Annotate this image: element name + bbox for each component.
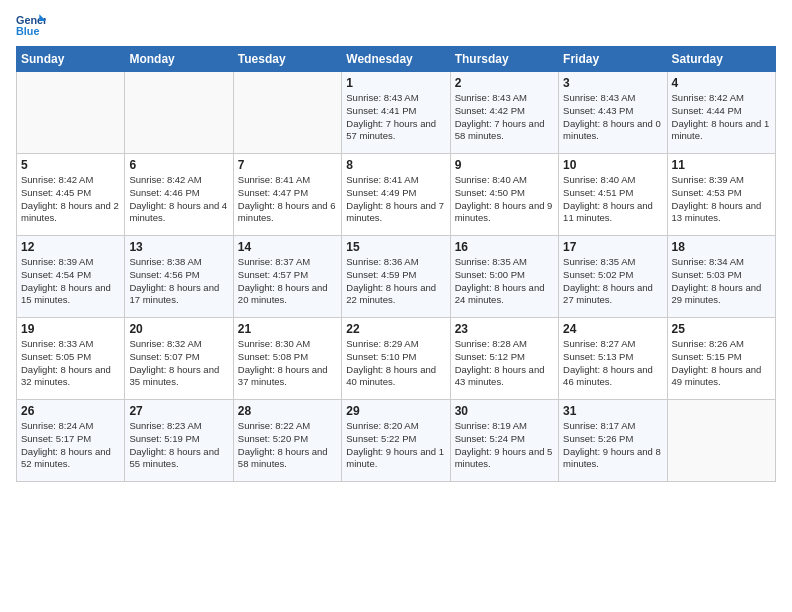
calendar-cell: 18Sunrise: 8:34 AM Sunset: 5:03 PM Dayli… xyxy=(667,236,775,318)
day-number: 25 xyxy=(672,322,771,336)
calendar-cell: 27Sunrise: 8:23 AM Sunset: 5:19 PM Dayli… xyxy=(125,400,233,482)
day-number: 17 xyxy=(563,240,662,254)
day-number: 23 xyxy=(455,322,554,336)
day-number: 1 xyxy=(346,76,445,90)
cell-details: Sunrise: 8:35 AM Sunset: 5:00 PM Dayligh… xyxy=(455,256,554,307)
header: General Blue xyxy=(16,12,776,40)
calendar-cell: 8Sunrise: 8:41 AM Sunset: 4:49 PM Daylig… xyxy=(342,154,450,236)
weekday-friday: Friday xyxy=(559,47,667,72)
cell-details: Sunrise: 8:43 AM Sunset: 4:42 PM Dayligh… xyxy=(455,92,554,143)
cell-details: Sunrise: 8:43 AM Sunset: 4:43 PM Dayligh… xyxy=(563,92,662,143)
cell-details: Sunrise: 8:28 AM Sunset: 5:12 PM Dayligh… xyxy=(455,338,554,389)
weekday-thursday: Thursday xyxy=(450,47,558,72)
cell-details: Sunrise: 8:42 AM Sunset: 4:46 PM Dayligh… xyxy=(129,174,228,225)
weekday-saturday: Saturday xyxy=(667,47,775,72)
calendar-cell xyxy=(17,72,125,154)
cell-details: Sunrise: 8:34 AM Sunset: 5:03 PM Dayligh… xyxy=(672,256,771,307)
cell-details: Sunrise: 8:35 AM Sunset: 5:02 PM Dayligh… xyxy=(563,256,662,307)
day-number: 28 xyxy=(238,404,337,418)
cell-details: Sunrise: 8:30 AM Sunset: 5:08 PM Dayligh… xyxy=(238,338,337,389)
cell-details: Sunrise: 8:26 AM Sunset: 5:15 PM Dayligh… xyxy=(672,338,771,389)
week-row-5: 26Sunrise: 8:24 AM Sunset: 5:17 PM Dayli… xyxy=(17,400,776,482)
svg-text:Blue: Blue xyxy=(16,25,39,37)
calendar-cell: 28Sunrise: 8:22 AM Sunset: 5:20 PM Dayli… xyxy=(233,400,341,482)
cell-details: Sunrise: 8:17 AM Sunset: 5:26 PM Dayligh… xyxy=(563,420,662,471)
day-number: 24 xyxy=(563,322,662,336)
day-number: 19 xyxy=(21,322,120,336)
day-number: 29 xyxy=(346,404,445,418)
calendar-cell: 2Sunrise: 8:43 AM Sunset: 4:42 PM Daylig… xyxy=(450,72,558,154)
cell-details: Sunrise: 8:23 AM Sunset: 5:19 PM Dayligh… xyxy=(129,420,228,471)
day-number: 20 xyxy=(129,322,228,336)
cell-details: Sunrise: 8:40 AM Sunset: 4:50 PM Dayligh… xyxy=(455,174,554,225)
day-number: 8 xyxy=(346,158,445,172)
calendar-cell: 20Sunrise: 8:32 AM Sunset: 5:07 PM Dayli… xyxy=(125,318,233,400)
cell-details: Sunrise: 8:43 AM Sunset: 4:41 PM Dayligh… xyxy=(346,92,445,143)
day-number: 26 xyxy=(21,404,120,418)
day-number: 21 xyxy=(238,322,337,336)
day-number: 6 xyxy=(129,158,228,172)
weekday-sunday: Sunday xyxy=(17,47,125,72)
day-number: 4 xyxy=(672,76,771,90)
day-number: 7 xyxy=(238,158,337,172)
cell-details: Sunrise: 8:32 AM Sunset: 5:07 PM Dayligh… xyxy=(129,338,228,389)
cell-details: Sunrise: 8:40 AM Sunset: 4:51 PM Dayligh… xyxy=(563,174,662,225)
cell-details: Sunrise: 8:22 AM Sunset: 5:20 PM Dayligh… xyxy=(238,420,337,471)
day-number: 9 xyxy=(455,158,554,172)
day-number: 11 xyxy=(672,158,771,172)
day-number: 2 xyxy=(455,76,554,90)
cell-details: Sunrise: 8:41 AM Sunset: 4:47 PM Dayligh… xyxy=(238,174,337,225)
weekday-wednesday: Wednesday xyxy=(342,47,450,72)
calendar-cell: 30Sunrise: 8:19 AM Sunset: 5:24 PM Dayli… xyxy=(450,400,558,482)
calendar-cell: 14Sunrise: 8:37 AM Sunset: 4:57 PM Dayli… xyxy=(233,236,341,318)
weekday-header-row: SundayMondayTuesdayWednesdayThursdayFrid… xyxy=(17,47,776,72)
cell-details: Sunrise: 8:33 AM Sunset: 5:05 PM Dayligh… xyxy=(21,338,120,389)
cell-details: Sunrise: 8:41 AM Sunset: 4:49 PM Dayligh… xyxy=(346,174,445,225)
day-number: 5 xyxy=(21,158,120,172)
day-number: 12 xyxy=(21,240,120,254)
calendar-cell: 4Sunrise: 8:42 AM Sunset: 4:44 PM Daylig… xyxy=(667,72,775,154)
logo: General Blue xyxy=(16,12,46,40)
calendar-cell: 25Sunrise: 8:26 AM Sunset: 5:15 PM Dayli… xyxy=(667,318,775,400)
cell-details: Sunrise: 8:39 AM Sunset: 4:54 PM Dayligh… xyxy=(21,256,120,307)
cell-details: Sunrise: 8:29 AM Sunset: 5:10 PM Dayligh… xyxy=(346,338,445,389)
cell-details: Sunrise: 8:42 AM Sunset: 4:45 PM Dayligh… xyxy=(21,174,120,225)
day-number: 14 xyxy=(238,240,337,254)
calendar-cell: 24Sunrise: 8:27 AM Sunset: 5:13 PM Dayli… xyxy=(559,318,667,400)
calendar-cell xyxy=(667,400,775,482)
day-number: 13 xyxy=(129,240,228,254)
calendar-cell: 6Sunrise: 8:42 AM Sunset: 4:46 PM Daylig… xyxy=(125,154,233,236)
day-number: 3 xyxy=(563,76,662,90)
cell-details: Sunrise: 8:24 AM Sunset: 5:17 PM Dayligh… xyxy=(21,420,120,471)
calendar-cell: 9Sunrise: 8:40 AM Sunset: 4:50 PM Daylig… xyxy=(450,154,558,236)
calendar-cell: 12Sunrise: 8:39 AM Sunset: 4:54 PM Dayli… xyxy=(17,236,125,318)
calendar-cell: 23Sunrise: 8:28 AM Sunset: 5:12 PM Dayli… xyxy=(450,318,558,400)
week-row-3: 12Sunrise: 8:39 AM Sunset: 4:54 PM Dayli… xyxy=(17,236,776,318)
calendar-cell: 19Sunrise: 8:33 AM Sunset: 5:05 PM Dayli… xyxy=(17,318,125,400)
cell-details: Sunrise: 8:39 AM Sunset: 4:53 PM Dayligh… xyxy=(672,174,771,225)
calendar-cell: 22Sunrise: 8:29 AM Sunset: 5:10 PM Dayli… xyxy=(342,318,450,400)
week-row-2: 5Sunrise: 8:42 AM Sunset: 4:45 PM Daylig… xyxy=(17,154,776,236)
cell-details: Sunrise: 8:37 AM Sunset: 4:57 PM Dayligh… xyxy=(238,256,337,307)
day-number: 30 xyxy=(455,404,554,418)
calendar-cell: 1Sunrise: 8:43 AM Sunset: 4:41 PM Daylig… xyxy=(342,72,450,154)
day-number: 18 xyxy=(672,240,771,254)
day-number: 15 xyxy=(346,240,445,254)
day-number: 22 xyxy=(346,322,445,336)
day-number: 27 xyxy=(129,404,228,418)
day-number: 31 xyxy=(563,404,662,418)
day-number: 10 xyxy=(563,158,662,172)
calendar-cell: 7Sunrise: 8:41 AM Sunset: 4:47 PM Daylig… xyxy=(233,154,341,236)
calendar-cell: 3Sunrise: 8:43 AM Sunset: 4:43 PM Daylig… xyxy=(559,72,667,154)
calendar-cell: 29Sunrise: 8:20 AM Sunset: 5:22 PM Dayli… xyxy=(342,400,450,482)
calendar-cell: 26Sunrise: 8:24 AM Sunset: 5:17 PM Dayli… xyxy=(17,400,125,482)
calendar-cell xyxy=(233,72,341,154)
cell-details: Sunrise: 8:19 AM Sunset: 5:24 PM Dayligh… xyxy=(455,420,554,471)
week-row-1: 1Sunrise: 8:43 AM Sunset: 4:41 PM Daylig… xyxy=(17,72,776,154)
cell-details: Sunrise: 8:20 AM Sunset: 5:22 PM Dayligh… xyxy=(346,420,445,471)
calendar-cell: 16Sunrise: 8:35 AM Sunset: 5:00 PM Dayli… xyxy=(450,236,558,318)
calendar-cell: 15Sunrise: 8:36 AM Sunset: 4:59 PM Dayli… xyxy=(342,236,450,318)
logo-icon: General Blue xyxy=(16,12,46,40)
cell-details: Sunrise: 8:36 AM Sunset: 4:59 PM Dayligh… xyxy=(346,256,445,307)
weekday-tuesday: Tuesday xyxy=(233,47,341,72)
